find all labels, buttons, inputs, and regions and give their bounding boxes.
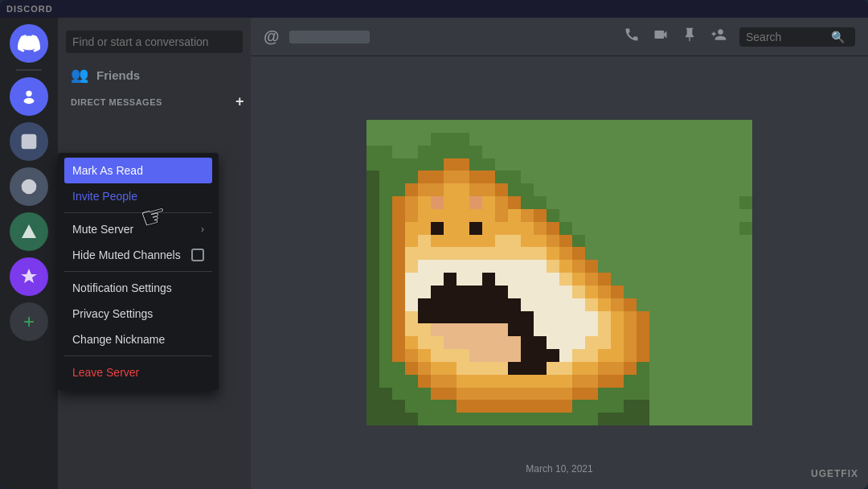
shiba-image xyxy=(366,120,752,425)
privacy-settings-label: Privacy Settings xyxy=(72,307,153,320)
search-input[interactable] xyxy=(746,31,826,43)
dm-search-input[interactable] xyxy=(66,31,243,53)
context-menu-mark-as-read[interactable]: Mark As Read xyxy=(64,158,212,183)
video-call-icon[interactable] xyxy=(653,27,669,47)
server-avatar-1 xyxy=(10,77,48,116)
watermark: UGETFIX xyxy=(811,468,858,479)
mute-server-label: Mute Server xyxy=(72,223,133,236)
change-nickname-label: Change Nickname xyxy=(72,333,165,346)
server-icon-2[interactable] xyxy=(10,122,48,161)
app-frame: DISCORD xyxy=(0,0,868,489)
direct-messages-label: DIRECT MESSAGES xyxy=(71,97,162,107)
app-title: DISCORD xyxy=(6,4,53,14)
top-bar-icons: 🔍 xyxy=(624,27,855,47)
svg-point-1 xyxy=(24,98,35,104)
server-icon-4[interactable] xyxy=(10,212,48,251)
context-menu: Mark As Read Invite People Mute Server ›… xyxy=(58,153,219,390)
context-menu-divider-3 xyxy=(64,355,212,356)
image-area: March 10, 2021 xyxy=(251,56,868,489)
svg-point-3 xyxy=(22,179,37,195)
server-avatar-5 xyxy=(10,257,48,296)
hide-muted-label: Hide Muted Channels xyxy=(72,249,181,261)
svg-point-0 xyxy=(26,91,31,97)
chevron-right-icon: › xyxy=(201,224,204,235)
dm-search-bar xyxy=(58,18,251,60)
notification-settings-label: Notification Settings xyxy=(72,281,172,294)
server-avatar-2 xyxy=(10,122,48,161)
friends-label: Friends xyxy=(96,68,140,82)
friends-nav-item[interactable]: 👥 Friends xyxy=(58,60,251,90)
at-symbol: @ xyxy=(264,27,280,46)
add-friend-icon[interactable] xyxy=(710,27,727,47)
discord-home-button[interactable] xyxy=(10,24,48,63)
context-menu-divider-2 xyxy=(64,271,212,272)
add-dm-button[interactable]: + xyxy=(235,93,244,110)
svg-rect-2 xyxy=(22,134,37,150)
content-area: @ xyxy=(251,18,868,489)
context-menu-invite-people[interactable]: Invite People xyxy=(64,183,212,209)
hide-muted-checkbox[interactable] xyxy=(191,249,204,261)
server-icon-5[interactable] xyxy=(10,257,48,296)
context-menu-change-nickname[interactable]: Change Nickname xyxy=(64,327,212,352)
context-menu-leave-server[interactable]: Leave Server xyxy=(64,360,212,385)
voice-call-icon[interactable] xyxy=(624,27,640,47)
friends-icon: 👥 xyxy=(71,66,88,84)
search-box[interactable]: 🔍 xyxy=(739,27,855,47)
invite-people-label: Invite People xyxy=(72,190,137,203)
add-server-button[interactable]: + xyxy=(10,302,48,341)
server-icon-3[interactable] xyxy=(10,167,48,206)
context-menu-notification-settings[interactable]: Notification Settings xyxy=(64,275,212,301)
date-separator: March 10, 2021 xyxy=(519,462,599,476)
server-sidebar: + xyxy=(0,18,58,489)
server-icon-1[interactable] xyxy=(10,77,48,116)
dm-section-header: DIRECT MESSAGES + xyxy=(58,90,251,113)
top-bar: @ xyxy=(251,18,868,56)
context-menu-mute-server[interactable]: Mute Server › xyxy=(64,216,212,242)
context-menu-hide-muted[interactable]: Hide Muted Channels xyxy=(64,242,212,268)
context-menu-divider-1 xyxy=(64,212,212,213)
discord-icon xyxy=(18,32,40,55)
context-menu-privacy-settings[interactable]: Privacy Settings xyxy=(64,301,212,327)
mark-as-read-label: Mark As Read xyxy=(72,164,143,177)
svg-marker-4 xyxy=(22,224,36,238)
server-divider xyxy=(16,69,42,71)
server-avatar-4 xyxy=(10,212,48,251)
server-avatar-3 xyxy=(10,167,48,206)
pin-icon[interactable] xyxy=(682,27,698,47)
user-name-blurred xyxy=(289,31,370,43)
search-icon: 🔍 xyxy=(831,31,845,43)
leave-server-label: Leave Server xyxy=(72,366,139,379)
title-bar: DISCORD xyxy=(0,0,868,18)
